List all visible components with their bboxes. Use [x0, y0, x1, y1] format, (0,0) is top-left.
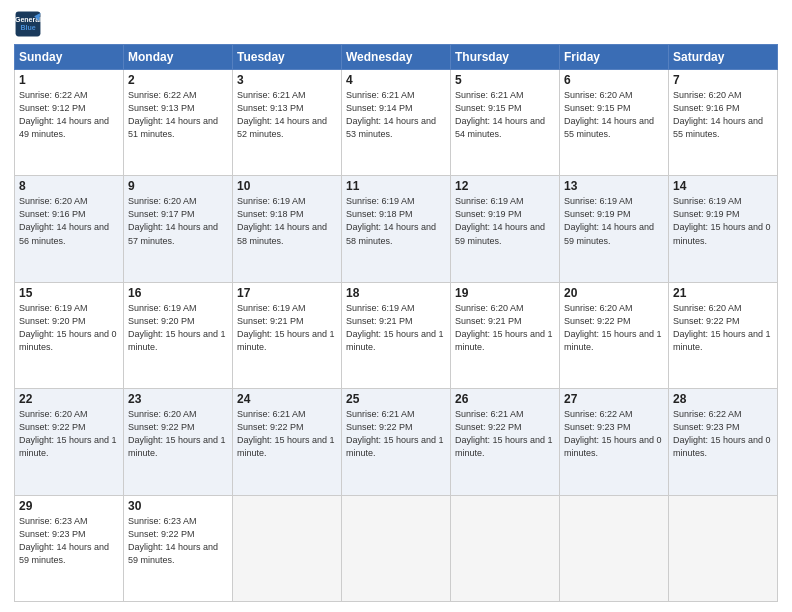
day-info: Sunrise: 6:19 AMSunset: 9:18 PMDaylight:… — [237, 195, 337, 247]
calendar-cell: 4Sunrise: 6:21 AMSunset: 9:14 PMDaylight… — [342, 70, 451, 176]
calendar-cell: 5Sunrise: 6:21 AMSunset: 9:15 PMDaylight… — [451, 70, 560, 176]
day-number: 17 — [237, 286, 337, 300]
day-number: 25 — [346, 392, 446, 406]
calendar-header-monday: Monday — [124, 45, 233, 70]
day-number: 8 — [19, 179, 119, 193]
day-info: Sunrise: 6:22 AMSunset: 9:23 PMDaylight:… — [673, 408, 773, 460]
day-info: Sunrise: 6:19 AMSunset: 9:19 PMDaylight:… — [673, 195, 773, 247]
day-info: Sunrise: 6:20 AMSunset: 9:21 PMDaylight:… — [455, 302, 555, 354]
calendar-table: SundayMondayTuesdayWednesdayThursdayFrid… — [14, 44, 778, 602]
calendar-cell: 13Sunrise: 6:19 AMSunset: 9:19 PMDayligh… — [560, 176, 669, 282]
day-number: 22 — [19, 392, 119, 406]
day-number: 5 — [455, 73, 555, 87]
calendar-cell: 12Sunrise: 6:19 AMSunset: 9:19 PMDayligh… — [451, 176, 560, 282]
calendar-week-row: 15Sunrise: 6:19 AMSunset: 9:20 PMDayligh… — [15, 282, 778, 388]
day-info: Sunrise: 6:21 AMSunset: 9:22 PMDaylight:… — [346, 408, 446, 460]
day-number: 26 — [455, 392, 555, 406]
day-info: Sunrise: 6:19 AMSunset: 9:19 PMDaylight:… — [564, 195, 664, 247]
day-info: Sunrise: 6:20 AMSunset: 9:22 PMDaylight:… — [564, 302, 664, 354]
day-info: Sunrise: 6:20 AMSunset: 9:16 PMDaylight:… — [673, 89, 773, 141]
day-number: 19 — [455, 286, 555, 300]
day-number: 3 — [237, 73, 337, 87]
day-info: Sunrise: 6:22 AMSunset: 9:12 PMDaylight:… — [19, 89, 119, 141]
calendar-header-tuesday: Tuesday — [233, 45, 342, 70]
day-number: 14 — [673, 179, 773, 193]
day-number: 11 — [346, 179, 446, 193]
day-number: 7 — [673, 73, 773, 87]
day-info: Sunrise: 6:21 AMSunset: 9:15 PMDaylight:… — [455, 89, 555, 141]
calendar-cell: 27Sunrise: 6:22 AMSunset: 9:23 PMDayligh… — [560, 389, 669, 495]
calendar-cell: 28Sunrise: 6:22 AMSunset: 9:23 PMDayligh… — [669, 389, 778, 495]
calendar-cell: 25Sunrise: 6:21 AMSunset: 9:22 PMDayligh… — [342, 389, 451, 495]
calendar-week-row: 22Sunrise: 6:20 AMSunset: 9:22 PMDayligh… — [15, 389, 778, 495]
calendar-cell: 16Sunrise: 6:19 AMSunset: 9:20 PMDayligh… — [124, 282, 233, 388]
day-info: Sunrise: 6:23 AMSunset: 9:23 PMDaylight:… — [19, 515, 119, 567]
calendar-header-saturday: Saturday — [669, 45, 778, 70]
day-info: Sunrise: 6:20 AMSunset: 9:22 PMDaylight:… — [128, 408, 228, 460]
calendar-cell — [669, 495, 778, 601]
calendar-cell: 29Sunrise: 6:23 AMSunset: 9:23 PMDayligh… — [15, 495, 124, 601]
day-number: 16 — [128, 286, 228, 300]
day-number: 28 — [673, 392, 773, 406]
day-info: Sunrise: 6:22 AMSunset: 9:13 PMDaylight:… — [128, 89, 228, 141]
calendar-cell: 26Sunrise: 6:21 AMSunset: 9:22 PMDayligh… — [451, 389, 560, 495]
header: General Blue — [14, 10, 778, 38]
day-number: 30 — [128, 499, 228, 513]
calendar-header-row: SundayMondayTuesdayWednesdayThursdayFrid… — [15, 45, 778, 70]
day-info: Sunrise: 6:22 AMSunset: 9:23 PMDaylight:… — [564, 408, 664, 460]
calendar-cell: 15Sunrise: 6:19 AMSunset: 9:20 PMDayligh… — [15, 282, 124, 388]
day-number: 1 — [19, 73, 119, 87]
calendar-header-sunday: Sunday — [15, 45, 124, 70]
calendar-header-thursday: Thursday — [451, 45, 560, 70]
day-info: Sunrise: 6:19 AMSunset: 9:21 PMDaylight:… — [346, 302, 446, 354]
day-number: 15 — [19, 286, 119, 300]
day-number: 27 — [564, 392, 664, 406]
calendar-cell — [560, 495, 669, 601]
day-number: 24 — [237, 392, 337, 406]
day-info: Sunrise: 6:19 AMSunset: 9:20 PMDaylight:… — [19, 302, 119, 354]
day-number: 12 — [455, 179, 555, 193]
calendar-header-wednesday: Wednesday — [342, 45, 451, 70]
day-number: 13 — [564, 179, 664, 193]
calendar-cell: 6Sunrise: 6:20 AMSunset: 9:15 PMDaylight… — [560, 70, 669, 176]
calendar-cell: 8Sunrise: 6:20 AMSunset: 9:16 PMDaylight… — [15, 176, 124, 282]
day-number: 18 — [346, 286, 446, 300]
calendar-cell: 22Sunrise: 6:20 AMSunset: 9:22 PMDayligh… — [15, 389, 124, 495]
day-number: 21 — [673, 286, 773, 300]
day-number: 9 — [128, 179, 228, 193]
day-info: Sunrise: 6:21 AMSunset: 9:13 PMDaylight:… — [237, 89, 337, 141]
day-info: Sunrise: 6:21 AMSunset: 9:14 PMDaylight:… — [346, 89, 446, 141]
logo: General Blue — [14, 10, 42, 38]
calendar-cell: 24Sunrise: 6:21 AMSunset: 9:22 PMDayligh… — [233, 389, 342, 495]
calendar-cell — [342, 495, 451, 601]
calendar-cell: 18Sunrise: 6:19 AMSunset: 9:21 PMDayligh… — [342, 282, 451, 388]
calendar-cell: 9Sunrise: 6:20 AMSunset: 9:17 PMDaylight… — [124, 176, 233, 282]
day-info: Sunrise: 6:23 AMSunset: 9:22 PMDaylight:… — [128, 515, 228, 567]
calendar-cell: 3Sunrise: 6:21 AMSunset: 9:13 PMDaylight… — [233, 70, 342, 176]
day-number: 6 — [564, 73, 664, 87]
day-info: Sunrise: 6:20 AMSunset: 9:15 PMDaylight:… — [564, 89, 664, 141]
day-info: Sunrise: 6:20 AMSunset: 9:22 PMDaylight:… — [673, 302, 773, 354]
calendar-week-row: 8Sunrise: 6:20 AMSunset: 9:16 PMDaylight… — [15, 176, 778, 282]
day-number: 23 — [128, 392, 228, 406]
calendar-cell — [233, 495, 342, 601]
svg-text:Blue: Blue — [20, 24, 35, 31]
calendar-cell: 11Sunrise: 6:19 AMSunset: 9:18 PMDayligh… — [342, 176, 451, 282]
calendar-cell: 21Sunrise: 6:20 AMSunset: 9:22 PMDayligh… — [669, 282, 778, 388]
calendar-cell: 19Sunrise: 6:20 AMSunset: 9:21 PMDayligh… — [451, 282, 560, 388]
calendar-cell: 7Sunrise: 6:20 AMSunset: 9:16 PMDaylight… — [669, 70, 778, 176]
day-number: 10 — [237, 179, 337, 193]
day-info: Sunrise: 6:19 AMSunset: 9:20 PMDaylight:… — [128, 302, 228, 354]
calendar-cell: 2Sunrise: 6:22 AMSunset: 9:13 PMDaylight… — [124, 70, 233, 176]
day-info: Sunrise: 6:21 AMSunset: 9:22 PMDaylight:… — [455, 408, 555, 460]
day-info: Sunrise: 6:20 AMSunset: 9:17 PMDaylight:… — [128, 195, 228, 247]
calendar-cell: 30Sunrise: 6:23 AMSunset: 9:22 PMDayligh… — [124, 495, 233, 601]
logo-icon: General Blue — [14, 10, 42, 38]
calendar-cell: 23Sunrise: 6:20 AMSunset: 9:22 PMDayligh… — [124, 389, 233, 495]
calendar-cell: 1Sunrise: 6:22 AMSunset: 9:12 PMDaylight… — [15, 70, 124, 176]
calendar-week-row: 29Sunrise: 6:23 AMSunset: 9:23 PMDayligh… — [15, 495, 778, 601]
day-number: 20 — [564, 286, 664, 300]
calendar-header-friday: Friday — [560, 45, 669, 70]
day-info: Sunrise: 6:20 AMSunset: 9:16 PMDaylight:… — [19, 195, 119, 247]
calendar-week-row: 1Sunrise: 6:22 AMSunset: 9:12 PMDaylight… — [15, 70, 778, 176]
